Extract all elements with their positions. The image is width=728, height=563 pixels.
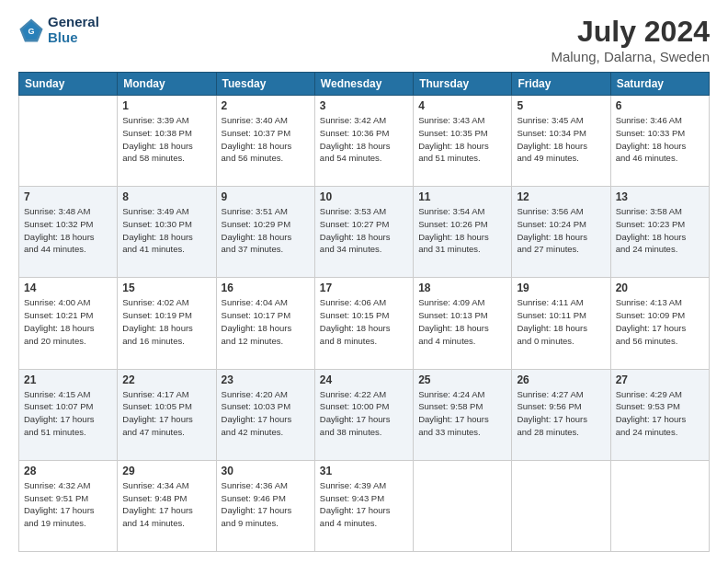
calendar-cell: 23Sunrise: 4:20 AMSunset: 10:03 PMDaylig… — [216, 369, 314, 460]
day-number: 4 — [418, 99, 506, 112]
day-number: 13 — [616, 190, 704, 203]
calendar-cell: 5Sunrise: 3:45 AMSunset: 10:34 PMDayligh… — [512, 96, 610, 187]
logo: G General Blue — [18, 15, 99, 45]
day-number: 24 — [320, 373, 408, 386]
calendar-cell: 21Sunrise: 4:15 AMSunset: 10:07 PMDaylig… — [19, 369, 118, 460]
calendar-cell: 26Sunrise: 4:27 AMSunset: 9:56 PMDayligh… — [512, 369, 610, 460]
calendar-cell: 12Sunrise: 3:56 AMSunset: 10:24 PMDaylig… — [512, 187, 610, 278]
calendar-cell: 7Sunrise: 3:48 AMSunset: 10:32 PMDayligh… — [19, 187, 118, 278]
logo-blue: Blue — [48, 29, 78, 45]
day-info: Sunrise: 3:48 AMSunset: 10:32 PMDaylight… — [24, 205, 112, 256]
day-info: Sunrise: 4:17 AMSunset: 10:05 PMDaylight… — [122, 388, 210, 439]
day-number: 10 — [320, 190, 408, 203]
day-info: Sunrise: 4:22 AMSunset: 10:00 PMDaylight… — [320, 388, 408, 439]
day-info: Sunrise: 3:56 AMSunset: 10:24 PMDaylight… — [517, 205, 605, 256]
month-year: July 2024 — [551, 15, 710, 49]
day-info: Sunrise: 4:24 AMSunset: 9:58 PMDaylight:… — [418, 388, 506, 439]
day-number: 9 — [222, 190, 310, 203]
day-number: 8 — [122, 190, 210, 203]
day-info: Sunrise: 3:40 AMSunset: 10:37 PMDaylight… — [222, 114, 310, 165]
logo-text-block: General Blue — [48, 15, 99, 45]
day-number: 17 — [320, 282, 408, 294]
calendar-cell: 14Sunrise: 4:00 AMSunset: 10:21 PMDaylig… — [19, 278, 118, 369]
day-number: 26 — [517, 373, 605, 386]
calendar-cell: 2Sunrise: 3:40 AMSunset: 10:37 PMDayligh… — [216, 96, 314, 187]
day-info: Sunrise: 4:32 AMSunset: 9:51 PMDaylight:… — [24, 479, 112, 530]
calendar-cell — [512, 460, 610, 551]
day-info: Sunrise: 4:36 AMSunset: 9:46 PMDaylight:… — [222, 479, 310, 530]
calendar-cell: 29Sunrise: 4:34 AMSunset: 9:48 PMDayligh… — [118, 460, 216, 551]
day-header-thursday: Thursday — [414, 73, 512, 96]
calendar-cell: 13Sunrise: 3:58 AMSunset: 10:23 PMDaylig… — [610, 187, 709, 278]
day-info: Sunrise: 3:51 AMSunset: 10:29 PMDaylight… — [222, 205, 310, 256]
calendar-cell: 19Sunrise: 4:11 AMSunset: 10:11 PMDaylig… — [512, 278, 610, 369]
calendar-cell: 9Sunrise: 3:51 AMSunset: 10:29 PMDayligh… — [216, 187, 314, 278]
calendar-cell: 30Sunrise: 4:36 AMSunset: 9:46 PMDayligh… — [216, 460, 314, 551]
day-info: Sunrise: 3:43 AMSunset: 10:35 PMDaylight… — [418, 114, 506, 165]
day-number: 16 — [222, 282, 310, 294]
calendar-table: SundayMondayTuesdayWednesdayThursdayFrid… — [18, 72, 710, 552]
calendar-cell: 28Sunrise: 4:32 AMSunset: 9:51 PMDayligh… — [19, 460, 118, 551]
day-number: 18 — [418, 282, 506, 294]
header: G General Blue July 2024 Malung, Dalarna… — [18, 15, 710, 64]
day-header-sunday: Sunday — [19, 73, 118, 96]
day-number: 27 — [616, 373, 704, 386]
day-info: Sunrise: 4:00 AMSunset: 10:21 PMDaylight… — [24, 296, 112, 347]
calendar-cell: 6Sunrise: 3:46 AMSunset: 10:33 PMDayligh… — [610, 96, 709, 187]
day-info: Sunrise: 3:46 AMSunset: 10:33 PMDaylight… — [616, 114, 704, 165]
calendar-cell: 8Sunrise: 3:49 AMSunset: 10:30 PMDayligh… — [118, 187, 216, 278]
calendar-cell: 4Sunrise: 3:43 AMSunset: 10:35 PMDayligh… — [414, 96, 512, 187]
calendar-cell: 17Sunrise: 4:06 AMSunset: 10:15 PMDaylig… — [314, 278, 413, 369]
day-header-tuesday: Tuesday — [216, 73, 314, 96]
day-info: Sunrise: 4:15 AMSunset: 10:07 PMDaylight… — [24, 388, 112, 439]
day-header-friday: Friday — [512, 73, 610, 96]
calendar-cell: 11Sunrise: 3:54 AMSunset: 10:26 PMDaylig… — [414, 187, 512, 278]
calendar-cell: 31Sunrise: 4:39 AMSunset: 9:43 PMDayligh… — [314, 460, 413, 551]
day-info: Sunrise: 4:02 AMSunset: 10:19 PMDaylight… — [122, 296, 210, 347]
day-number: 14 — [24, 282, 112, 294]
day-info: Sunrise: 4:29 AMSunset: 9:53 PMDaylight:… — [616, 388, 704, 439]
day-info: Sunrise: 3:49 AMSunset: 10:30 PMDaylight… — [122, 205, 210, 256]
calendar-week-4: 21Sunrise: 4:15 AMSunset: 10:07 PMDaylig… — [19, 369, 710, 460]
calendar-week-3: 14Sunrise: 4:00 AMSunset: 10:21 PMDaylig… — [19, 278, 710, 369]
day-info: Sunrise: 4:09 AMSunset: 10:13 PMDaylight… — [418, 296, 506, 347]
day-info: Sunrise: 3:42 AMSunset: 10:36 PMDaylight… — [320, 114, 408, 165]
calendar-cell: 1Sunrise: 3:39 AMSunset: 10:38 PMDayligh… — [118, 96, 216, 187]
day-info: Sunrise: 3:58 AMSunset: 10:23 PMDaylight… — [616, 205, 704, 256]
calendar-cell: 16Sunrise: 4:04 AMSunset: 10:17 PMDaylig… — [216, 278, 314, 369]
day-info: Sunrise: 3:54 AMSunset: 10:26 PMDaylight… — [418, 205, 506, 256]
calendar-cell — [610, 460, 709, 551]
day-info: Sunrise: 4:04 AMSunset: 10:17 PMDaylight… — [222, 296, 310, 347]
page: G General Blue July 2024 Malung, Dalarna… — [0, 0, 728, 563]
day-info: Sunrise: 4:06 AMSunset: 10:15 PMDaylight… — [320, 296, 408, 347]
day-info: Sunrise: 3:39 AMSunset: 10:38 PMDaylight… — [122, 114, 210, 165]
calendar-cell: 27Sunrise: 4:29 AMSunset: 9:53 PMDayligh… — [610, 369, 709, 460]
calendar-cell — [414, 460, 512, 551]
day-header-monday: Monday — [118, 73, 216, 96]
day-number: 21 — [24, 373, 112, 386]
day-info: Sunrise: 4:27 AMSunset: 9:56 PMDaylight:… — [517, 388, 605, 439]
day-info: Sunrise: 4:34 AMSunset: 9:48 PMDaylight:… — [122, 479, 210, 530]
calendar-cell: 24Sunrise: 4:22 AMSunset: 10:00 PMDaylig… — [314, 369, 413, 460]
day-number: 31 — [320, 465, 408, 477]
calendar-cell — [19, 96, 118, 187]
day-number: 25 — [418, 373, 506, 386]
logo-general: General — [48, 14, 99, 29]
day-number: 29 — [122, 465, 210, 477]
day-number: 23 — [222, 373, 310, 386]
day-number: 1 — [122, 99, 210, 112]
day-info: Sunrise: 4:20 AMSunset: 10:03 PMDaylight… — [222, 388, 310, 439]
day-number: 30 — [222, 465, 310, 477]
day-number: 28 — [24, 465, 112, 477]
day-info: Sunrise: 3:45 AMSunset: 10:34 PMDaylight… — [517, 114, 605, 165]
location: Malung, Dalarna, Sweden — [551, 49, 710, 64]
svg-text:G: G — [28, 27, 34, 36]
calendar-week-1: 1Sunrise: 3:39 AMSunset: 10:38 PMDayligh… — [19, 96, 710, 187]
day-info: Sunrise: 3:53 AMSunset: 10:27 PMDaylight… — [320, 205, 408, 256]
calendar-cell: 20Sunrise: 4:13 AMSunset: 10:09 PMDaylig… — [610, 278, 709, 369]
title-section: July 2024 Malung, Dalarna, Sweden — [551, 15, 710, 64]
calendar-cell: 22Sunrise: 4:17 AMSunset: 10:05 PMDaylig… — [118, 369, 216, 460]
calendar-header-row: SundayMondayTuesdayWednesdayThursdayFrid… — [19, 73, 710, 96]
day-number: 3 — [320, 99, 408, 112]
calendar-week-5: 28Sunrise: 4:32 AMSunset: 9:51 PMDayligh… — [19, 460, 710, 551]
